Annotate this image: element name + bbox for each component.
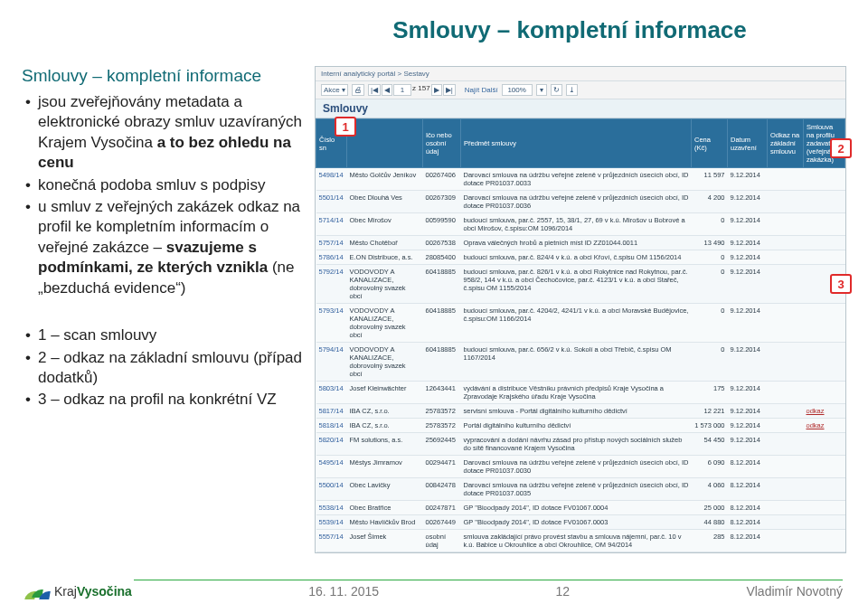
table-cell: 60418885 bbox=[423, 265, 461, 304]
table-cell bbox=[804, 236, 845, 250]
contract-number-link[interactable]: 5498/14 bbox=[316, 168, 347, 191]
table-row[interactable]: 5817/14IBA CZ, s.r.o.25783572servisní sm… bbox=[316, 404, 845, 419]
table-row[interactable]: 5820/14FM solutions, a.s.25692445vypraco… bbox=[316, 433, 845, 456]
col-party[interactable] bbox=[347, 119, 423, 168]
table-row[interactable]: 5818/14IBA CZ, s.r.o.25783572Portál digi… bbox=[316, 419, 845, 433]
export-button[interactable]: ⤓ bbox=[566, 84, 578, 96]
actions-menu[interactable]: Akce ▾ bbox=[321, 84, 348, 96]
bullet-list: jsou zveřejňovány metadata a elektronick… bbox=[22, 92, 302, 298]
bullet-item: konečná podoba smluv s podpisy bbox=[25, 175, 302, 195]
find-next-link[interactable]: Najít Další bbox=[465, 86, 498, 94]
col-date[interactable]: Datum uzavření bbox=[728, 119, 768, 168]
contract-number-link[interactable]: 5495/14 bbox=[316, 456, 347, 478]
print-button[interactable]: 🖨 bbox=[352, 84, 364, 96]
table-row[interactable]: 5792/14VODOVODY A KANALIZACE, dobrovolný… bbox=[316, 265, 845, 304]
table-cell bbox=[804, 343, 845, 382]
table-cell: budoucí smlouva, par.č. 826/1 v k.ú. a o… bbox=[461, 265, 692, 304]
table-cell: Darovací smlouva na údržbu veřejné zelen… bbox=[461, 191, 692, 213]
table-cell: 00267309 bbox=[423, 191, 461, 213]
table-cell bbox=[804, 304, 845, 343]
table-cell: 12643441 bbox=[423, 382, 461, 404]
table-row[interactable]: 5500/14Obec Lavičky00842478Darovací smlo… bbox=[316, 478, 845, 501]
legend-item: 1 – scan smlouvy bbox=[25, 325, 302, 345]
contract-number-link[interactable]: 5557/14 bbox=[316, 530, 347, 552]
table-row[interactable]: 5557/14Josef Šimekosobní údajsmlouva zak… bbox=[316, 530, 845, 552]
table-cell: 54 450 bbox=[692, 433, 728, 456]
contract-number-link[interactable]: 5792/14 bbox=[316, 265, 347, 304]
table-cell: 00267449 bbox=[423, 515, 461, 530]
contract-number-link[interactable]: 5793/14 bbox=[316, 304, 347, 343]
refresh-button[interactable]: ↻ bbox=[551, 84, 562, 96]
table-cell: E.ON Distribuce, a.s. bbox=[347, 250, 423, 265]
pager-first[interactable]: |◀ bbox=[368, 84, 381, 96]
contract-number-link[interactable]: 5501/14 bbox=[316, 191, 347, 213]
table-row[interactable]: 5501/14Obec Dlouhá Ves00267309Darovací s… bbox=[316, 191, 845, 213]
table-cell: Obec Lavičky bbox=[347, 478, 423, 501]
table-cell bbox=[804, 501, 845, 515]
legend-item: 3 – odkaz na profil na konkrétní VZ bbox=[25, 390, 302, 410]
table-row[interactable]: 5786/14E.ON Distribuce, a.s.28085400budo… bbox=[316, 250, 845, 265]
table-row[interactable]: 5794/14VODOVODY A KANALIZACE, dobrovolný… bbox=[316, 343, 845, 382]
zoom-dropdown[interactable]: ▾ bbox=[536, 84, 547, 96]
profile-link[interactable]: odkaz bbox=[807, 407, 825, 415]
table-cell: Městys Jimramov bbox=[347, 456, 423, 478]
table-cell: 0 bbox=[692, 213, 728, 236]
pager-next[interactable]: ▶ bbox=[431, 84, 442, 96]
table-row[interactable]: 5539/14Město Havlíčkův Brod00267449GP "B… bbox=[316, 515, 845, 530]
table-cell: vypracování a dodání návrhu zásad pro př… bbox=[461, 433, 692, 456]
contract-number-link[interactable]: 5786/14 bbox=[316, 250, 347, 265]
table-row[interactable]: 5793/14VODOVODY A KANALIZACE, dobrovolný… bbox=[316, 304, 845, 343]
table-row[interactable]: 5498/14Město Golčův Jeníkov00267406Darov… bbox=[316, 168, 845, 191]
pager-of-label: z 157 bbox=[412, 84, 430, 96]
table-cell bbox=[804, 250, 845, 265]
contract-number-link[interactable]: 5820/14 bbox=[316, 433, 347, 456]
table-cell: 60418885 bbox=[423, 343, 461, 382]
contract-number-link[interactable]: 5757/14 bbox=[316, 236, 347, 250]
table-cell: 9.12.2014 bbox=[728, 382, 768, 404]
contract-number-link[interactable]: 5538/14 bbox=[316, 501, 347, 515]
table-row[interactable]: 5714/14Obec Mirošov00599590budoucí smlou… bbox=[316, 213, 845, 236]
table-cell: 8.12.2014 bbox=[728, 478, 768, 501]
table-cell bbox=[804, 515, 845, 530]
pager-prev[interactable]: ◀ bbox=[382, 84, 392, 96]
contract-number-link[interactable]: 5818/14 bbox=[316, 419, 347, 433]
table-cell: Darovací smlouva na údržbu veřejné zelen… bbox=[461, 478, 692, 501]
table-cell: Darovací smlouva na údržbu veřejné zelen… bbox=[461, 168, 692, 191]
contract-number-link[interactable]: 5817/14 bbox=[316, 404, 347, 419]
table-row[interactable]: 5803/14Josef Kleinwächter12643441vydáván… bbox=[316, 382, 845, 404]
table-row[interactable]: 5538/14Obec Bratřice00247871GP "Bioodpad… bbox=[316, 501, 845, 515]
col-price[interactable]: Cena (Kč) bbox=[692, 119, 728, 168]
table-cell: 11 597 bbox=[692, 168, 728, 191]
contract-number-link[interactable]: 5803/14 bbox=[316, 382, 347, 404]
pager-current[interactable]: 1 bbox=[393, 84, 411, 96]
contract-number-link[interactable]: 5794/14 bbox=[316, 343, 347, 382]
table-cell: Oprava válečných hrobů a pietních míst I… bbox=[461, 236, 692, 250]
col-base-link[interactable]: Odkaz na základní smlouvu bbox=[768, 119, 804, 168]
table-cell: Obec Mirošov bbox=[347, 213, 423, 236]
table-cell bbox=[768, 433, 804, 456]
contract-number-link[interactable]: 5500/14 bbox=[316, 478, 347, 501]
table-row[interactable]: 5757/14Město Chotěboř00267538Oprava vále… bbox=[316, 236, 845, 250]
footer-author: Vladimír Novotný bbox=[746, 584, 843, 599]
table-cell: 28085400 bbox=[423, 250, 461, 265]
table-row[interactable]: 5495/14Městys Jimramov00294471Darovací s… bbox=[316, 456, 845, 478]
table-cell: odkaz bbox=[804, 419, 845, 433]
table-cell bbox=[768, 404, 804, 419]
table-cell: 60418885 bbox=[423, 304, 461, 343]
table-cell: smlouva zakládající právo provést stavbu… bbox=[461, 530, 692, 552]
bullet-text: konečná podoba smluv s podpisy bbox=[38, 176, 265, 193]
table-cell: 9.12.2014 bbox=[728, 419, 768, 433]
legend-item: 2 – odkaz na základní smlouvu (případ do… bbox=[25, 348, 302, 389]
table-cell bbox=[768, 515, 804, 530]
contract-number-link[interactable]: 5539/14 bbox=[316, 515, 347, 530]
col-ico[interactable]: Ičo nebo osobní údaj bbox=[423, 119, 461, 168]
table-cell: 0 bbox=[692, 343, 728, 382]
table-cell: budoucí smlouva, par.č. 4204/2, 4241/1 v… bbox=[461, 304, 692, 343]
table-cell: 25 000 bbox=[692, 501, 728, 515]
zoom-select[interactable]: 100% bbox=[502, 84, 533, 96]
pager-last[interactable]: ▶| bbox=[443, 84, 456, 96]
profile-link[interactable]: odkaz bbox=[807, 421, 825, 429]
table-cell bbox=[768, 456, 804, 478]
contract-number-link[interactable]: 5714/14 bbox=[316, 213, 347, 236]
col-subject[interactable]: Předmět smlouvy bbox=[461, 119, 692, 168]
